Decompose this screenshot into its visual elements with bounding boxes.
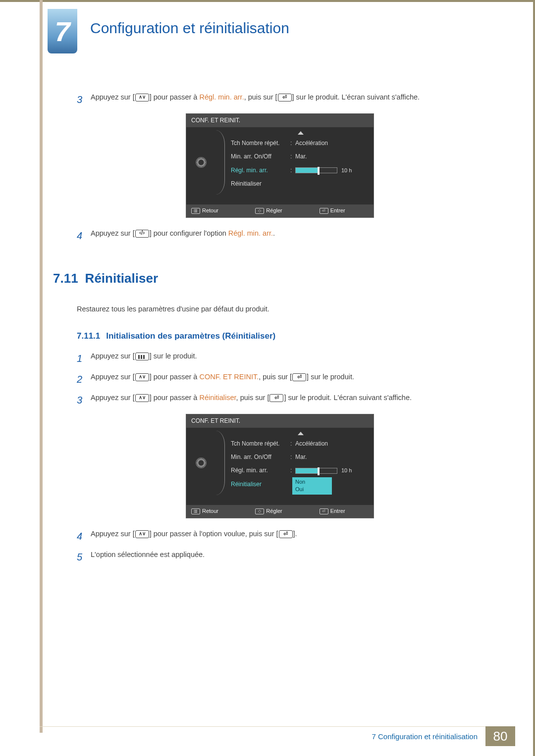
osd-row: Réinitialiser xyxy=(228,177,374,191)
text: ] pour passer à xyxy=(150,373,200,381)
slider-fill xyxy=(296,168,319,173)
highlight: CONF. ET REINIT. xyxy=(199,373,259,381)
osd-value: Mar. xyxy=(295,453,371,462)
step-4: 4 Appuyez sur [] pour configurer l'optio… xyxy=(77,228,483,244)
gear-icon xyxy=(196,457,207,468)
step-4b: 4 Appuyez sur [] pour passer à l'option … xyxy=(77,528,483,544)
page-footer: 7 Configuration et réinitialisation 80 xyxy=(40,726,515,746)
page-top-border xyxy=(0,0,535,2)
popup-option-yes: Oui xyxy=(295,486,329,493)
osd-menu-list: Tch Nombre répét. : Accélération Min. ar… xyxy=(228,130,374,195)
osd-title: CONF. ET REINIT. xyxy=(186,114,374,127)
text: , puis sur [ xyxy=(244,93,277,101)
text: ] pour configurer l'option xyxy=(150,229,228,237)
label: Régler xyxy=(266,507,282,516)
text: , puis sur [ xyxy=(259,373,292,381)
osd-label-active: Régl. min. arr. xyxy=(231,166,290,175)
osd-label: Tch Nombre répét. xyxy=(231,439,290,449)
menu-icon xyxy=(135,353,149,360)
diamond-mini-icon: ◇ xyxy=(255,208,264,214)
updown-icon xyxy=(135,94,149,101)
page-right-border xyxy=(533,0,535,756)
colon: : xyxy=(290,139,295,148)
enter-mini-icon: ⏎ xyxy=(320,208,328,214)
updown-icon xyxy=(135,394,149,402)
osd-footer-adjust: ◇Régler xyxy=(255,507,304,516)
osd-left-panel xyxy=(186,431,216,495)
step-text: Appuyez sur [] pour configurer l'option … xyxy=(91,228,483,244)
osd-curve xyxy=(216,431,225,495)
osd-footer-back: ▥Retour xyxy=(191,507,240,516)
text: Appuyez sur [ xyxy=(91,530,135,538)
step-text: Appuyez sur [] sur le produit. xyxy=(91,351,483,366)
slider-fill xyxy=(296,468,319,473)
osd-label: Régl. min. arr. xyxy=(231,466,290,475)
osd-label-active: Réinitialiser xyxy=(231,480,290,489)
label: Retour xyxy=(202,507,218,516)
arrow-up-icon xyxy=(298,432,304,435)
step-number: 4 xyxy=(77,228,91,244)
osd-label: Min. arr. On/Off xyxy=(231,453,290,462)
osd-row: Régl. min. arr. : 10 h xyxy=(228,464,374,477)
osd-footer-enter: ⏎Entrer xyxy=(320,206,369,215)
text: ] sur le produit. xyxy=(150,352,197,360)
text: L'option sélectionnée est appliquée. xyxy=(91,551,205,558)
section-heading-7-11: 7.11Réinitialiser xyxy=(53,268,483,289)
section-description: Restaurez tous les paramètres d'usine pa… xyxy=(77,303,483,315)
updown-icon xyxy=(135,530,149,538)
menu-mini-icon: ▥ xyxy=(191,508,200,514)
step-text: Appuyez sur [] pour passer à Réinitialis… xyxy=(91,392,483,408)
chapter-badge: 7 xyxy=(48,9,77,53)
osd-value-slider: 10 h xyxy=(295,166,371,175)
osd-row: Min. arr. On/Off : Mar. xyxy=(228,150,374,163)
step-number: 4 xyxy=(77,528,91,544)
colon: : xyxy=(290,152,295,161)
highlight: Régl. min. arr. xyxy=(199,93,244,101)
osd-popup: Non Oui xyxy=(292,477,332,495)
step-text: Appuyez sur [] pour passer à Régl. min. … xyxy=(91,92,483,107)
text: , puis sur [ xyxy=(236,394,269,402)
subheading-7-11-1: 7.11.1Initialisation des paramètres (Réi… xyxy=(77,329,483,343)
slider-track xyxy=(295,167,337,173)
arrow-up-icon xyxy=(298,131,304,135)
step-3b: 3 Appuyez sur [] pour passer à Réinitial… xyxy=(77,392,483,408)
slider-knob xyxy=(318,167,320,175)
text: ] sur le produit. xyxy=(307,373,354,381)
slider-value: 10 h xyxy=(341,467,352,473)
footer-page-number: 80 xyxy=(485,726,515,746)
osd-row: Tch Nombre répét. : Accélération xyxy=(228,437,374,451)
gear-icon xyxy=(196,157,207,168)
label: Entrer xyxy=(330,507,345,516)
step-5b: 5 L'option sélectionnée est appliquée. xyxy=(77,549,483,565)
text: Appuyez sur [ xyxy=(91,93,135,101)
highlight: Réinitialiser xyxy=(199,394,236,402)
label: Régler xyxy=(266,206,282,215)
osd-curve xyxy=(216,130,225,195)
osd-body: Tch Nombre répét. : Accélération Min. ar… xyxy=(186,428,374,505)
text: ] pour passer à xyxy=(150,394,200,402)
step-1b: 1 Appuyez sur [] sur le produit. xyxy=(77,351,483,366)
highlight: Régl. min. arr. xyxy=(228,229,273,237)
leftright-icon xyxy=(135,230,149,238)
text: ] pour passer à l'option voulue, puis su… xyxy=(150,530,278,538)
osd-value-slider: 10 h xyxy=(295,466,371,475)
text: Appuyez sur [ xyxy=(91,229,135,237)
sub-title: Initialisation des paramètres (Réinitial… xyxy=(106,331,275,341)
step-text: Appuyez sur [] pour passer à CONF. ET RE… xyxy=(91,371,483,387)
enter-icon xyxy=(269,394,283,402)
footer-chapter-label: 7 Configuration et réinitialisation xyxy=(40,726,485,746)
text: Appuyez sur [ xyxy=(91,373,135,381)
enter-icon xyxy=(279,530,293,538)
step-text: Appuyez sur [] pour passer à l'option vo… xyxy=(91,528,483,544)
slider-knob xyxy=(318,467,320,475)
step-2b: 2 Appuyez sur [] pour passer à CONF. ET … xyxy=(77,371,483,387)
text: Appuyez sur [ xyxy=(91,394,135,402)
section-number: 7.11 xyxy=(53,271,78,286)
colon: : xyxy=(290,166,295,175)
osd-footer-enter: ⏎Entrer xyxy=(320,507,369,516)
section-title: Réinitialiser xyxy=(85,271,158,286)
osd-screenshot-1: CONF. ET REINIT. Tch Nombre répét. : Acc… xyxy=(186,113,374,218)
osd-label: Réinitialiser xyxy=(231,179,290,189)
osd-footer: ▥Retour ◇Régler ⏎Entrer xyxy=(186,505,374,518)
osd-footer-adjust: ◇Régler xyxy=(255,206,304,215)
